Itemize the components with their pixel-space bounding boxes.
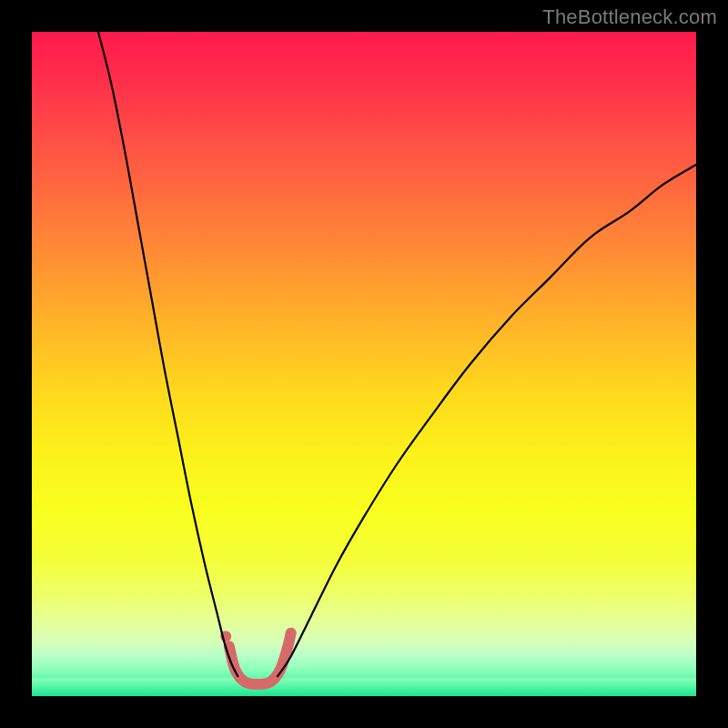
curve-right-branch [278,165,696,676]
watermark-text: TheBottleneck.com [542,5,717,29]
outer-frame: TheBottleneck.com [0,0,728,728]
plot-area [32,32,696,696]
curve-left-branch [98,32,238,676]
curve-overlay [32,32,696,696]
